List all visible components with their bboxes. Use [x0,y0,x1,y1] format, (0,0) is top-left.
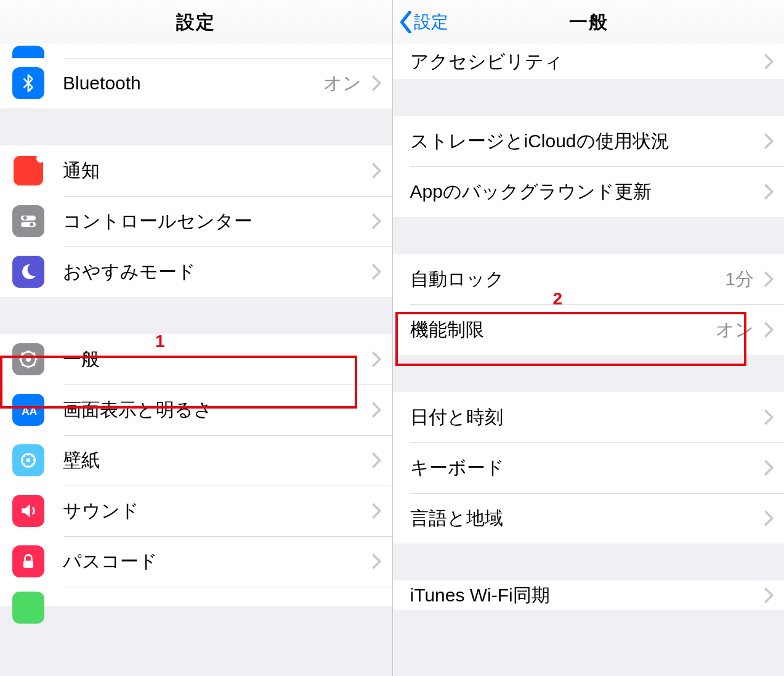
back-button[interactable]: 設定 [399,0,448,44]
svg-text:AA: AA [22,405,38,417]
svg-point-2 [23,216,27,220]
autolock-label: 自動ロック [410,267,725,292]
general-row-datetime[interactable]: 日付と時刻 [393,392,785,442]
control-center-label: コントロールセンター [63,209,365,234]
bluetooth-icon [12,67,44,99]
general-label: 一般 [63,347,365,372]
wifi-icon [12,46,44,58]
general-row-storage[interactable]: ストレージとiCloudの使用状況 [393,116,785,166]
svg-point-18 [27,465,29,467]
general-row-accessibility[interactable]: アクセシビリティ [393,44,785,79]
svg-point-3 [30,222,33,226]
speaker-icon [12,495,44,527]
chevron-right-icon [764,271,774,287]
chevron-right-icon [764,510,774,526]
wallpaper-icon [12,444,44,476]
right-nav-title: 一般 [569,10,608,35]
accessibility-label: アクセシビリティ [410,49,758,75]
general-row-bg-refresh[interactable]: Appのバックグラウンド更新 [393,166,785,217]
display-icon: AA [12,394,44,426]
chevron-right-icon [764,587,774,603]
general-row-language[interactable]: 言語と地域 [393,493,785,544]
chevron-right-icon [764,133,774,149]
svg-point-22 [31,463,33,465]
svg-point-17 [27,454,29,455]
svg-line-11 [33,364,35,366]
itunes-sync-label: iTunes Wi-Fi同期 [410,583,758,608]
datetime-label: 日付と時刻 [410,405,758,430]
svg-rect-1 [21,222,36,227]
restrictions-label: 機能制限 [410,317,716,343]
settings-row-dnd[interactable]: おやすみモード [0,246,392,297]
chevron-right-icon [371,553,381,569]
storage-label: ストレージとiCloudの使用状況 [410,129,758,154]
svg-point-16 [26,458,31,463]
display-label: 画面表示と明るさ [63,397,365,423]
chevron-right-icon [371,351,381,367]
settings-row-sounds[interactable]: サウンド [0,486,392,536]
right-nav-bar: 設定 一般 [393,0,785,45]
svg-line-13 [33,352,35,354]
moon-icon [12,256,44,288]
chevron-right-icon [371,213,381,229]
svg-rect-25 [23,561,33,568]
settings-row-notifications[interactable]: 通知 [0,145,392,196]
bluetooth-value: オン [323,71,362,96]
svg-line-12 [22,364,23,366]
svg-rect-0 [21,216,36,221]
general-row-autolock[interactable]: 自動ロック 1分 [393,254,785,304]
chevron-right-icon [764,460,774,476]
left-nav-title: 設定 [176,10,216,35]
chevron-right-icon [371,503,381,519]
restrictions-value: オン [716,317,754,343]
svg-point-20 [33,459,35,461]
settings-row-wallpaper[interactable]: 壁紙 [0,435,392,486]
svg-point-21 [23,455,25,457]
chevron-right-icon [371,163,381,179]
sounds-label: サウンド [63,499,365,524]
gear-icon [12,343,44,375]
svg-line-10 [22,352,23,354]
wallpaper-label: 壁紙 [63,448,365,473]
autolock-value: 1分 [725,267,754,292]
general-detail-panel: 設定 一般 アクセシビリティ ストレージとiCloudの使用状況 Appのバック… [393,0,785,676]
settings-root-panel: 設定 Bluetooth オン 通知 [0,0,393,676]
chevron-right-icon [764,409,774,425]
settings-row-partial-top[interactable] [0,44,392,58]
chevron-right-icon [764,322,774,338]
back-label: 設定 [414,10,448,34]
dnd-label: おやすみモード [63,259,365,285]
settings-row-control-center[interactable]: コントロールセンター [0,196,392,246]
settings-row-partial-bottom[interactable] [0,587,392,606]
passcode-label: パスコード [63,549,365,574]
svg-point-24 [31,455,33,457]
control-center-icon [12,205,44,237]
chevron-right-icon [371,75,381,91]
chevron-right-icon [371,452,381,468]
settings-row-bluetooth[interactable]: Bluetooth オン [0,58,392,108]
lock-icon [12,545,44,577]
chevron-right-icon [764,184,774,200]
general-row-restrictions[interactable]: 機能制限 オン [393,304,785,355]
svg-point-5 [26,357,31,362]
svg-point-19 [22,459,23,461]
settings-row-general[interactable]: 一般 [0,334,392,385]
general-row-itunes-sync[interactable]: iTunes Wi-Fi同期 [393,580,785,610]
general-row-keyboard[interactable]: キーボード [393,442,785,493]
bg-refresh-label: Appのバックグラウンド更新 [410,179,758,205]
svg-point-23 [23,463,25,465]
settings-row-passcode[interactable]: パスコード [0,536,392,587]
chevron-right-icon [764,54,774,70]
left-nav-bar: 設定 [0,0,392,45]
notifications-icon [12,155,44,187]
language-label: 言語と地域 [410,506,758,531]
settings-row-display[interactable]: AA 画面表示と明るさ [0,385,392,435]
bluetooth-label: Bluetooth [63,73,323,94]
chevron-right-icon [371,264,381,280]
privacy-icon [12,592,44,624]
keyboard-label: キーボード [410,455,758,481]
notifications-label: 通知 [63,158,365,184]
chevron-right-icon [371,402,381,418]
